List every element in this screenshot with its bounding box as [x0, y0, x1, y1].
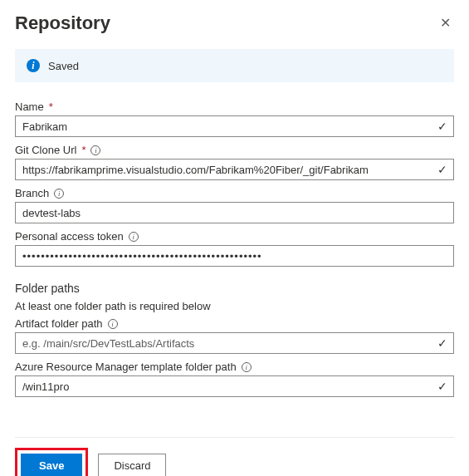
git-clone-url-label: Git Clone Url * i: [15, 144, 454, 156]
pat-input[interactable]: ••••••••••••••••••••••••••••••••••••••••…: [15, 245, 454, 267]
check-icon: ✓: [437, 120, 447, 133]
help-icon[interactable]: i: [129, 232, 139, 242]
required-indicator: *: [49, 101, 53, 113]
help-icon[interactable]: i: [54, 189, 64, 199]
help-icon[interactable]: i: [90, 145, 100, 155]
save-button[interactable]: Save: [21, 454, 82, 476]
branch-label: Branch i: [15, 187, 454, 199]
check-icon: ✓: [437, 336, 447, 350]
discard-button[interactable]: Discard: [98, 454, 166, 476]
help-icon[interactable]: i: [242, 362, 252, 372]
arm-path-label: Azure Resource Manager template folder p…: [15, 361, 454, 373]
required-indicator: *: [81, 144, 85, 156]
arm-path-input[interactable]: /win11pro: [15, 375, 454, 397]
check-icon: ✓: [437, 380, 447, 393]
help-icon[interactable]: i: [108, 319, 118, 329]
name-input[interactable]: Fabrikam: [15, 115, 454, 137]
branch-input[interactable]: devtest-labs: [15, 202, 454, 223]
artifact-path-label: Artifact folder path i: [15, 317, 454, 330]
pat-label: Personal access token i: [15, 230, 454, 243]
info-icon: i: [27, 59, 40, 72]
folder-paths-title: Folder paths: [15, 282, 454, 295]
git-clone-url-input[interactable]: https://fabrikamprime.visualstudio.com/F…: [15, 159, 454, 180]
close-icon[interactable]: ✕: [437, 12, 454, 34]
check-icon: ✓: [437, 163, 447, 176]
artifact-path-input[interactable]: e.g. /main/src/DevTestLabs/Artifacts: [15, 332, 454, 354]
name-label: Name *: [15, 101, 454, 113]
status-banner: i Saved: [15, 49, 454, 82]
footer-divider: [15, 437, 454, 438]
status-text: Saved: [48, 60, 79, 72]
save-highlight: Save: [15, 448, 88, 476]
page-title: Repository: [15, 12, 110, 34]
folder-paths-subtitle: At least one folder path is required bel…: [15, 300, 454, 312]
